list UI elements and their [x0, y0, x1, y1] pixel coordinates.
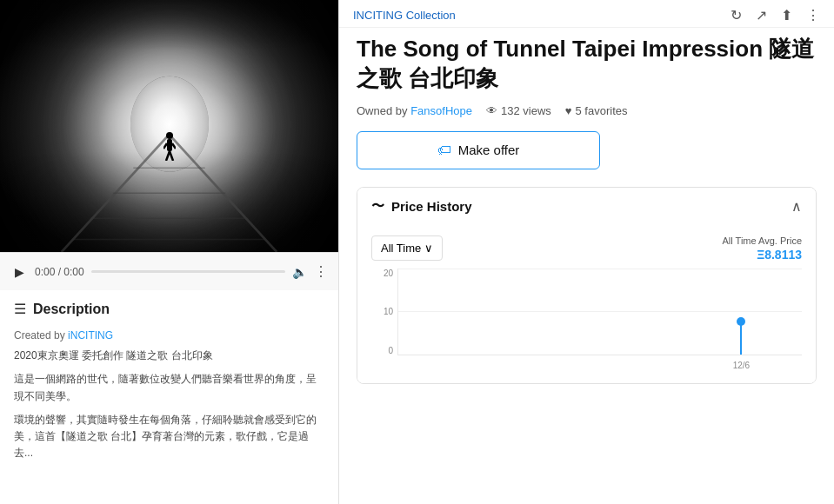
time-filter-select[interactable]: All Time ∨ [371, 235, 443, 261]
collection-name[interactable]: INCITING Collection [353, 9, 456, 22]
grid-line-top [398, 269, 802, 269]
owned-by-text: Owned by [357, 104, 408, 117]
meta-row: Owned by FansofHope 👁 132 views ♥ 5 favo… [357, 104, 817, 117]
x-label-date: 12/6 [733, 361, 750, 370]
owned-by-label: Owned by FansofHope [357, 104, 472, 117]
price-history-section: 〜 Price History ∧ All Time ∨ All Time Av… [357, 187, 817, 384]
make-offer-label: Make offer [458, 143, 520, 157]
right-content: The Song of Tunnel Taipei Impression 隧道之… [339, 28, 834, 504]
price-history-label: Price History [391, 199, 472, 214]
favorites-count: ♥ 5 favorites [565, 104, 628, 117]
desc-line2: 這是一個網路的世代，隨著數位改變人們聽音樂看世界的角度，呈現不同美學。 [14, 371, 324, 404]
chart-data-line [740, 322, 742, 355]
created-by-line: Created by iNCITING [14, 328, 324, 344]
desc-line1: 2020東京奧運 委托創作 隧道之歌 台北印象 [14, 348, 324, 364]
creator-link[interactable]: iNCITING [68, 329, 113, 342]
right-panel: INCITING Collection ↻ ↗ ⬆ ⋮ The Song of … [339, 0, 834, 504]
right-header: INCITING Collection ↻ ↗ ⬆ ⋮ [339, 0, 834, 28]
eye-icon: 👁 [486, 104, 497, 117]
audio-time: 0:00 / 0:00 [35, 266, 84, 278]
nft-image [0, 0, 338, 252]
external-link-icon[interactable]: ↗ [756, 7, 767, 23]
owner-link[interactable]: FansofHope [410, 104, 472, 117]
grid-line-mid [398, 311, 802, 312]
description-header: ☰ Description [14, 301, 324, 317]
tag-icon: 🏷 [437, 143, 451, 158]
audio-more-icon[interactable]: ⋮ [314, 263, 328, 280]
y-label-0: 0 [388, 346, 393, 355]
favorites-text: 5 favorites [576, 104, 628, 117]
desc-line3: 環境的聲響，其實隨時發生在每個角落，仔細聆聽就會感受到它的美，這首【隧道之歌 台… [14, 412, 324, 462]
views-count: 👁 132 views [486, 104, 551, 117]
refresh-icon[interactable]: ↻ [731, 7, 742, 23]
chart-line-icon: 〜 [371, 198, 384, 215]
chart-area: 20 10 0 [371, 269, 802, 373]
left-panel: ▶ 0:00 / 0:00 🔈 ⋮ ☰ Description Created … [0, 0, 339, 504]
audio-player: ▶ 0:00 / 0:00 🔈 ⋮ [0, 252, 338, 290]
list-icon: ☰ [14, 301, 26, 317]
chevron-up-icon: ∧ [791, 198, 802, 215]
avg-price-value: Ξ8.8113 [723, 248, 803, 262]
avg-price-box: All Time Avg. Price Ξ8.8113 [723, 235, 803, 262]
heart-icon: ♥ [565, 104, 572, 117]
price-history-header[interactable]: 〜 Price History ∧ [357, 188, 816, 225]
price-history-body: All Time ∨ All Time Avg. Price Ξ8.8113 2… [357, 225, 816, 383]
price-filters-row: All Time ∨ All Time Avg. Price Ξ8.8113 [371, 235, 802, 262]
make-offer-button[interactable]: 🏷 Make offer [357, 131, 600, 169]
y-label-10: 10 [384, 307, 393, 316]
play-button[interactable]: ▶ [10, 263, 28, 281]
chart-data-point [737, 317, 745, 326]
y-label-20: 20 [384, 269, 393, 278]
description-content: Created by iNCITING 2020東京奧運 委托創作 隧道之歌 台… [14, 328, 324, 461]
views-text: 132 views [501, 104, 551, 117]
chart-y-axis: 20 10 0 [371, 269, 393, 355]
chart-plot: 12/6 [397, 269, 802, 355]
avg-price-label: All Time Avg. Price [723, 235, 803, 246]
tunnel-artwork [0, 0, 338, 252]
price-history-title: 〜 Price History [371, 198, 472, 215]
nft-title: The Song of Tunnel Taipei Impression 隧道之… [357, 35, 817, 94]
share-icon[interactable]: ⬆ [781, 7, 792, 23]
description-section: ☰ Description Created by iNCITING 2020東京… [0, 290, 338, 504]
volume-icon[interactable]: 🔈 [292, 265, 307, 279]
description-title: Description [33, 302, 110, 317]
created-by-label: Created by [14, 329, 65, 342]
audio-progress-bar[interactable] [91, 270, 285, 273]
header-actions: ↻ ↗ ⬆ ⋮ [731, 7, 820, 23]
more-options-icon[interactable]: ⋮ [806, 7, 820, 23]
time-filter-label: All Time [381, 242, 421, 255]
dropdown-chevron-icon: ∨ [424, 242, 433, 255]
